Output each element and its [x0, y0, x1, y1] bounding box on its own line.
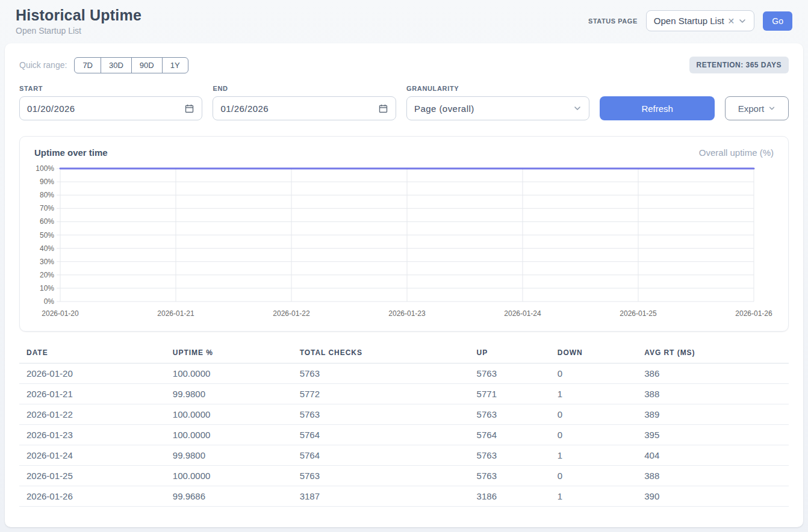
table-cell: 5772	[293, 384, 470, 404]
uptime-table: DATEUPTIME %TOTAL CHECKSUPDOWNAVG RT (MS…	[19, 344, 789, 507]
table-cell: 388	[637, 466, 789, 486]
quick-range-30d-button[interactable]: 30D	[101, 57, 132, 73]
go-button[interactable]: Go	[763, 11, 792, 31]
table-row: 2026-01-22100.0000576357630389	[19, 404, 789, 425]
table-cell: 2026-01-26	[19, 486, 166, 507]
granularity-selected-value: Page (overall)	[414, 104, 474, 114]
table-cell: 5763	[470, 466, 550, 486]
filters-top-row: Quick range: 7D 30D 90D 1Y RETENTION: 36…	[19, 57, 789, 73]
column-header: UPTIME %	[166, 344, 293, 363]
chart-y-tick-label: 10%	[40, 284, 54, 292]
table-cell: 1	[550, 445, 637, 466]
start-date-input[interactable]: 01/20/2026	[19, 96, 202, 120]
chart-y-tick-label: 40%	[40, 244, 54, 253]
chart-x-tick-label: 2026-01-24	[504, 309, 541, 318]
quick-range-7d-button[interactable]: 7D	[74, 57, 101, 73]
table-cell: 5764	[293, 425, 470, 445]
table-row: 2026-01-23100.0000576457640395	[19, 425, 789, 445]
table-cell: 2026-01-21	[19, 384, 166, 404]
table-cell: 99.9800	[166, 384, 293, 404]
chart-y-tick-label: 50%	[40, 231, 54, 240]
uptime-chart-card: Uptime over time Overall uptime (%) 0%10…	[19, 136, 789, 332]
chart-y-tick-label: 80%	[40, 191, 54, 199]
table-cell: 2026-01-23	[19, 425, 166, 445]
table-cell: 395	[637, 425, 789, 445]
table-cell: 2026-01-22	[19, 404, 166, 425]
table-cell: 99.9686	[166, 486, 293, 507]
quick-range-buttons: 7D 30D 90D 1Y	[74, 57, 188, 73]
chart-y-tick-label: 30%	[40, 258, 54, 266]
chart-x-tick-label: 2026-01-21	[157, 309, 194, 318]
chevron-down-icon	[573, 104, 582, 113]
table-cell: 0	[550, 425, 637, 445]
chart-x-tick-label: 2026-01-23	[388, 309, 426, 318]
page-header: Historical Uptime Open Startup List STAT…	[0, 0, 808, 42]
end-date-field: END 01/26/2026	[213, 85, 396, 120]
uptime-table-head: DATEUPTIME %TOTAL CHECKSUPDOWNAVG RT (MS…	[19, 344, 789, 363]
chart-y-tick-label: 100%	[36, 164, 54, 173]
uptime-table-body: 2026-01-20100.00005763576303862026-01-21…	[19, 363, 789, 507]
table-cell: 5763	[470, 404, 550, 425]
table-row: 2026-01-2499.9800576457631404	[19, 445, 789, 466]
end-date-value: 01/26/2026	[220, 104, 269, 114]
calendar-icon[interactable]	[378, 104, 388, 114]
column-header: DATE	[19, 344, 166, 363]
table-cell: 5763	[470, 363, 550, 384]
table-cell: 0	[550, 466, 637, 486]
table-cell: 388	[637, 384, 789, 404]
table-row: 2026-01-25100.0000576357630388	[19, 466, 789, 486]
quick-range-group: Quick range: 7D 30D 90D 1Y	[19, 57, 188, 73]
table-cell: 5763	[293, 404, 470, 425]
chart-legend: Overall uptime (%)	[699, 147, 774, 158]
table-cell: 5763	[470, 445, 550, 466]
quick-range-1y-button[interactable]: 1Y	[162, 57, 188, 73]
table-cell: 5763	[293, 363, 470, 384]
chart-header: Uptime over time Overall uptime (%)	[34, 147, 774, 158]
quick-range-label: Quick range:	[19, 60, 67, 70]
chart-x-tick-label: 2026-01-22	[273, 309, 310, 318]
chevron-down-icon	[738, 17, 747, 25]
status-page-select[interactable]: Open Startup List ✕	[646, 10, 754, 31]
chart-y-tick-label: 0%	[44, 297, 55, 306]
chart-title: Uptime over time	[34, 147, 108, 158]
uptime-chart-svg: 0%10%20%30%40%50%60%70%80%90%100%2026-01…	[34, 162, 774, 324]
chevron-down-icon	[768, 105, 775, 112]
chart-y-tick-label: 60%	[40, 217, 54, 226]
table-cell: 2026-01-20	[19, 363, 166, 384]
start-date-label: START	[19, 85, 202, 92]
table-cell: 5771	[470, 384, 550, 404]
start-date-field: START 01/20/2026	[19, 85, 202, 120]
table-cell: 386	[637, 363, 789, 384]
main-panel: Quick range: 7D 30D 90D 1Y RETENTION: 36…	[5, 43, 803, 527]
end-date-input[interactable]: 01/26/2026	[213, 96, 396, 120]
table-cell: 100.0000	[166, 425, 293, 445]
export-button[interactable]: Export	[725, 96, 789, 120]
table-row: 2026-01-2699.9686318731861390	[19, 486, 789, 507]
column-header: UP	[470, 344, 550, 363]
table-cell: 3187	[293, 486, 470, 507]
chart-y-tick-label: 20%	[40, 271, 54, 279]
granularity-select[interactable]: Page (overall)	[406, 96, 589, 120]
table-cell: 1	[550, 486, 637, 507]
table-cell: 5763	[293, 466, 470, 486]
table-cell: 3186	[470, 486, 550, 507]
header-controls: STATUS PAGE Open Startup List ✕ Go	[588, 10, 792, 31]
start-date-value: 01/20/2026	[27, 104, 75, 114]
table-cell: 389	[637, 404, 789, 425]
table-cell: 100.0000	[166, 363, 293, 384]
title-block: Historical Uptime Open Startup List	[16, 7, 141, 36]
status-page-label: STATUS PAGE	[588, 17, 638, 25]
table-cell: 5764	[470, 425, 550, 445]
chart-y-tick-label: 70%	[40, 204, 54, 212]
end-date-label: END	[213, 85, 396, 92]
chart-x-tick-label: 2026-01-20	[42, 309, 79, 318]
table-header-row: DATEUPTIME %TOTAL CHECKSUPDOWNAVG RT (MS…	[19, 344, 789, 363]
granularity-field: GRANULARITY Page (overall)	[406, 85, 589, 120]
refresh-button[interactable]: Refresh	[600, 96, 714, 120]
quick-range-90d-button[interactable]: 90D	[131, 57, 163, 73]
column-header: TOTAL CHECKS	[293, 344, 470, 363]
column-header: DOWN	[550, 344, 637, 363]
calendar-icon[interactable]	[184, 104, 194, 114]
x-icon[interactable]: ✕	[728, 17, 735, 25]
table-cell: 2026-01-25	[19, 466, 166, 486]
